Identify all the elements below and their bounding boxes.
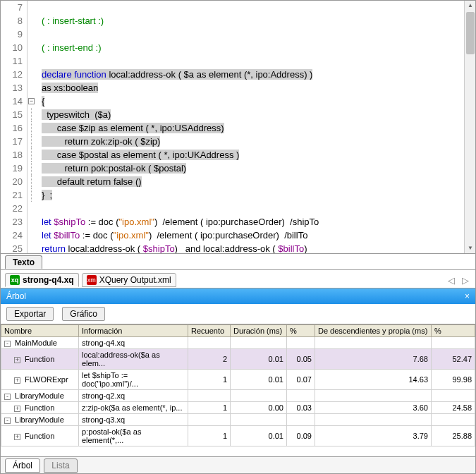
file-tab-xquery-output[interactable]: xm XQuery Output.xml (82, 273, 176, 287)
col-recuento[interactable]: Recuento (188, 325, 231, 337)
editor-view-tabs: Texto (1, 253, 475, 270)
table-row[interactable]: - MainModulestrong-q4.xq (1, 337, 475, 349)
tree-toggle-icon[interactable]: - (4, 394, 11, 400)
tree-toggle-icon[interactable]: + (14, 434, 20, 440)
fold-toggle-icon[interactable]: − (28, 98, 35, 104)
table-row[interactable]: + Functionlocal:address-ok($a as elem...… (1, 349, 475, 370)
tab-next-icon[interactable]: ▷ (460, 275, 471, 286)
scroll-up-icon[interactable]: ▲ (467, 2, 474, 9)
tree-toggle-icon[interactable]: - (4, 341, 11, 347)
table-row[interactable]: + FLWORExprlet $shipTo := doc("ipo.xml")… (1, 370, 475, 390)
code-editor[interactable]: 78910111213141516171819202122232425 − ( … (1, 1, 475, 253)
close-icon[interactable]: × (465, 288, 470, 304)
exportar-button[interactable]: Exportar (6, 307, 54, 321)
panel-title: Árbol (6, 288, 26, 304)
file-tab-bar: xq strong-q4.xq xm XQuery Output.xml ◁ ▷ (1, 270, 475, 288)
tree-toggle-icon[interactable]: - (4, 418, 11, 424)
tab-prev-icon[interactable]: ◁ (446, 275, 457, 286)
tab-nav-arrows: ◁ ▷ (446, 275, 471, 286)
col-informacion[interactable]: Información (79, 325, 188, 337)
scroll-down-icon[interactable]: ▼ (467, 245, 474, 252)
scrollbar-thumb[interactable] (466, 12, 475, 54)
tree-toggle-icon[interactable]: + (14, 357, 20, 363)
col-desc[interactable]: De descendientes y propia (ms) (315, 325, 432, 337)
profiler-grid[interactable]: Nombre Información Recuento Duración (ms… (1, 324, 475, 446)
fold-gutter: − (28, 1, 36, 253)
tab-arbol[interactable]: Árbol (5, 458, 40, 473)
panel-toolbar: Exportar Gráfico (1, 304, 475, 324)
xq-file-icon: xq (10, 275, 20, 285)
file-tab-strong-q4[interactable]: xq strong-q4.xq (5, 273, 79, 287)
grid-header-row: Nombre Información Recuento Duración (ms… (1, 325, 475, 337)
grafico-button[interactable]: Gráfico (62, 307, 105, 321)
col-nombre[interactable]: Nombre (1, 325, 79, 337)
col-duracion[interactable]: Duración (ms) (231, 325, 287, 337)
tree-toggle-icon[interactable]: + (14, 377, 20, 384)
col-pct[interactable]: % (287, 325, 315, 337)
vertical-scrollbar[interactable]: ▲ ▼ (464, 1, 475, 253)
xml-file-icon: xm (87, 275, 97, 285)
table-row[interactable]: - LibraryModulestrong-q2.xq (1, 390, 475, 402)
tab-lista[interactable]: Lista (44, 458, 77, 473)
col-pct2[interactable]: % (432, 325, 475, 337)
line-number-gutter: 78910111213141516171819202122232425 (1, 1, 28, 253)
table-row[interactable]: + Functionz:zip-ok($a as element(*, ip..… (1, 402, 475, 414)
tab-texto[interactable]: Texto (5, 255, 42, 269)
panel-header: Árbol × (1, 288, 475, 304)
code-body[interactable]: ( : insert-start :) ( : insert-end :) de… (36, 1, 475, 253)
bottom-tab-bar: Árbol Lista (1, 456, 475, 473)
table-row[interactable]: - LibraryModulestrong-q3.xq (1, 414, 475, 426)
tree-toggle-icon[interactable]: + (14, 406, 20, 412)
table-row[interactable]: + Functionp:postal-ok($a as element(*,..… (1, 426, 475, 446)
